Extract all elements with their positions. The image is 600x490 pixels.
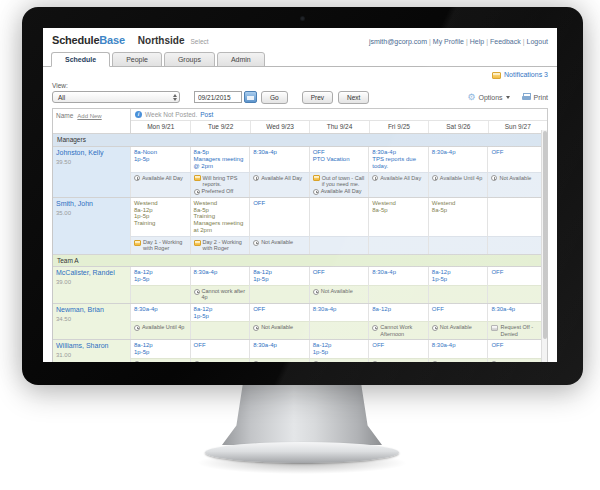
- shift-cell[interactable]: 8:30a-4pTPS reports due today.: [368, 147, 428, 172]
- clock-icon: [432, 361, 438, 362]
- shift-cell[interactable]: OFFPTO Vacation: [309, 147, 369, 172]
- employee-row: Williams, Sharon31.008a-12p1p-5pOFF8:30a…: [53, 339, 547, 362]
- shift-cell[interactable]: [309, 198, 369, 236]
- shift-line: OFF: [253, 306, 306, 313]
- shift-cell[interactable]: Westend8a-12p1p-5pTraining: [130, 198, 190, 236]
- employee-name-link[interactable]: Williams, Sharon: [56, 342, 127, 350]
- shift-cell[interactable]: 8a-12p1p-5p: [309, 340, 369, 358]
- shift-cell[interactable]: 8a-5pManagers meeting @ 2pm: [190, 147, 250, 172]
- shift-line: 8a-12p: [313, 342, 366, 349]
- print-button[interactable]: Print: [522, 93, 548, 101]
- user-link[interactable]: My Profile: [433, 38, 464, 45]
- shift-cell[interactable]: 8:30a-4p: [130, 304, 190, 322]
- link-separator: |: [523, 38, 525, 45]
- shift-line: PTO Vacation: [313, 156, 366, 163]
- availability-cell: Available Until 4p: [428, 172, 488, 197]
- clock-icon: [372, 175, 378, 181]
- shift-cell[interactable]: 8:30a-4p: [368, 267, 428, 285]
- user-link[interactable]: Help: [470, 38, 484, 45]
- user-link[interactable]: Logout: [527, 38, 548, 45]
- next-button[interactable]: Next: [338, 91, 369, 104]
- shift-line: Westend: [432, 200, 485, 207]
- shift-cell[interactable]: [487, 198, 547, 236]
- shift-cell[interactable]: Westend8a-5pTrainingManagers meeting at …: [190, 198, 250, 236]
- shift-cell[interactable]: OFF: [487, 340, 547, 358]
- add-new-link[interactable]: Add New: [77, 113, 101, 120]
- shift-cell[interactable]: 8a-12p1p-5p: [190, 304, 250, 322]
- shift-cell[interactable]: 8:30a-4p: [428, 147, 488, 172]
- shift-cell[interactable]: OFF: [368, 340, 428, 358]
- tab-schedule[interactable]: Schedule: [51, 52, 110, 67]
- user-link[interactable]: Feedback: [490, 38, 521, 45]
- employee-name-link[interactable]: Newman, Brian: [56, 306, 127, 314]
- employee-name-link[interactable]: Smith, John: [56, 200, 127, 208]
- user-link[interactable]: jsmith@gcorp.com: [369, 38, 427, 45]
- gear-icon: [467, 93, 475, 102]
- shift-cell[interactable]: OFF: [309, 267, 369, 285]
- employee-name-cell: McCalister, Randel39.00: [53, 267, 130, 302]
- shift-cell[interactable]: 8a-12p1p-5p: [249, 267, 309, 285]
- location-select-link[interactable]: Select: [190, 38, 208, 45]
- location-name: Northside: [138, 35, 185, 46]
- availability-cell: Avail. All Day: [249, 358, 309, 362]
- shift-cell[interactable]: 8:30a-4p: [249, 147, 309, 172]
- clock-icon: [372, 325, 378, 331]
- shift-cell[interactable]: 8a-12p: [368, 304, 428, 322]
- monitor-stand-neck: [222, 384, 382, 445]
- calendar-icon[interactable]: [244, 91, 257, 103]
- shift-cell[interactable]: OFF: [487, 147, 547, 172]
- page-content: Notifications 3 View: All Go Prev Next: [43, 71, 557, 362]
- post-link[interactable]: Post: [200, 111, 213, 118]
- shift-line: OFF: [253, 200, 306, 207]
- availability-text: Not Available: [261, 239, 306, 245]
- shift-cell[interactable]: OFF: [249, 198, 309, 236]
- availability-cell: Not Available: [249, 236, 309, 254]
- shift-cell[interactable]: 8a-12p1p-5p: [428, 267, 488, 285]
- availability-item: Not Available: [491, 361, 544, 362]
- shift-line: 8:30a-4p: [432, 342, 485, 349]
- employee-name-cell: Newman, Brian34.50: [53, 304, 130, 339]
- clock-icon: [372, 361, 378, 362]
- employee-name-link[interactable]: Johnston, Kelly: [56, 149, 127, 157]
- shift-cell[interactable]: 8a-12p1p-5p: [130, 340, 190, 358]
- availability-cell: Cannot work after 4p: [190, 285, 250, 303]
- prev-button[interactable]: Prev: [302, 91, 333, 104]
- shift-line: 8:30a-4p: [491, 306, 544, 313]
- shift-cell[interactable]: Westend8a-5p: [368, 198, 428, 236]
- shift-cell[interactable]: OFF: [190, 340, 250, 358]
- vertical-scrollbar[interactable]: [541, 130, 547, 363]
- tab-admin[interactable]: Admin: [217, 52, 265, 67]
- shift-cell[interactable]: 8a-Noon1p-5p: [130, 147, 190, 172]
- shift-line: 1p-5p: [134, 276, 187, 283]
- view-select[interactable]: All: [52, 91, 180, 103]
- availability-cell: Will bring TPS reports.Preferred Off: [190, 172, 250, 197]
- date-input[interactable]: [194, 91, 242, 103]
- tab-groups[interactable]: Groups: [164, 52, 215, 67]
- group-band: Team A: [53, 254, 547, 266]
- availability-item: Preferred Off: [194, 188, 247, 195]
- shift-cell[interactable]: 8:30a-4p: [487, 304, 547, 322]
- employee-name-link[interactable]: McCalister, Randel: [56, 269, 127, 277]
- availability-text: Day 2 - Working with Roger: [203, 239, 247, 252]
- shift-cell[interactable]: 8:30a-4p: [190, 267, 250, 285]
- shift-cell[interactable]: 8a-12p1p-5p: [130, 267, 190, 285]
- shift-cell[interactable]: OFF: [487, 267, 547, 285]
- shift-cell[interactable]: 8:30a-4p: [309, 304, 369, 322]
- shift-line: 8:30a-4p: [194, 269, 247, 276]
- shift-cell[interactable]: 8:30a-4p: [428, 340, 488, 358]
- notifications-link[interactable]: Notifications 3: [504, 71, 548, 78]
- shift-cell[interactable]: Westend8a-5p: [428, 198, 488, 236]
- shift-line: 8a-12p: [372, 306, 425, 313]
- availability-text: Available All Day: [142, 175, 187, 181]
- options-menu[interactable]: Options: [467, 93, 509, 102]
- scrollbar-thumb[interactable]: [543, 131, 547, 340]
- availability-text: Available Until 4p: [440, 175, 485, 181]
- tab-people[interactable]: People: [112, 52, 162, 67]
- link-separator: |: [486, 38, 488, 45]
- shift-cell[interactable]: 8:30a-4p: [249, 340, 309, 358]
- go-button[interactable]: Go: [261, 91, 288, 104]
- shift-line: 8:30a-4p: [253, 342, 306, 349]
- shift-cell[interactable]: OFF: [249, 304, 309, 322]
- availability-cell: Available All Day: [130, 172, 190, 197]
- shift-cell[interactable]: OFF: [428, 304, 488, 322]
